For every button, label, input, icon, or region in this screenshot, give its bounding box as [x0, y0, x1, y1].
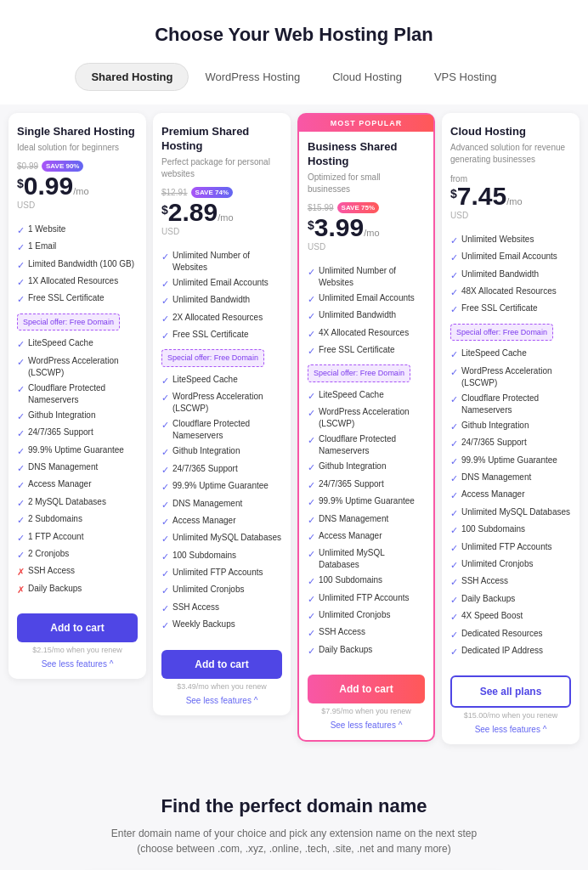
- price-currency: USD: [161, 227, 282, 236]
- feature-text: Unlimited Cronjobs: [461, 558, 533, 570]
- list-item: ✓Access Manager: [17, 477, 138, 494]
- feature-check-icon: ✓: [450, 251, 458, 264]
- feature-text: 99.9% Uptime Guarantee: [319, 495, 415, 507]
- feature-text: DNS Management: [461, 472, 531, 483]
- plan-name: Single Shared Hosting: [17, 125, 138, 139]
- list-item: ✓Unlimited FTP Accounts: [161, 565, 282, 582]
- feature-check-icon: ✓: [17, 410, 25, 423]
- feature-check-icon: ✓: [17, 224, 25, 237]
- list-item: ✓DNS Management: [17, 460, 138, 477]
- add-to-cart-button[interactable]: Add to cart: [161, 650, 282, 679]
- see-less-toggle[interactable]: See less features ^: [308, 720, 425, 730]
- most-popular-badge: MOST POPULAR: [299, 115, 433, 132]
- list-item: ✓Cloudflare Protected Nameservers: [450, 391, 571, 418]
- feature-text: Access Manager: [172, 515, 235, 527]
- feature-text: 4X Speed Boost: [461, 610, 523, 622]
- feature-check-icon: ✓: [450, 286, 458, 299]
- list-item: ✓24/7/365 Support: [161, 461, 282, 478]
- feature-check-icon: ✓: [308, 479, 315, 492]
- feature-text: 24/7/365 Support: [172, 463, 238, 475]
- tab-shared-hosting[interactable]: Shared Hosting: [75, 63, 189, 91]
- list-item: ✓DNS Management: [450, 470, 571, 487]
- features-list: ✓1 Website✓1 Email✓Limited Bandwidth (10…: [17, 222, 138, 598]
- feature-text: WordPress Acceleration (LSCWP): [28, 355, 138, 379]
- feature-check-icon: ✓: [308, 434, 315, 447]
- feature-check-icon: ✓: [161, 295, 169, 308]
- feature-check-icon: ✓: [308, 345, 315, 358]
- list-item: ✓Unlimited Cronjobs: [308, 607, 425, 624]
- feature-check-icon: ✓: [17, 241, 25, 254]
- tab-vps[interactable]: VPS Hosting: [418, 63, 513, 91]
- list-item: ✓Dedicated IP Address: [450, 643, 571, 660]
- feature-text: Unlimited Websites: [461, 234, 534, 246]
- add-to-cart-button[interactable]: Add to cart: [308, 675, 425, 703]
- feature-check-icon: ✓: [450, 421, 458, 433]
- list-item: ✓Github Integration: [308, 459, 425, 476]
- see-less-toggle[interactable]: See less features ^: [17, 659, 138, 669]
- list-item: ✓99.9% Uptime Guarantee: [161, 478, 282, 495]
- feature-check-icon: ✓: [17, 532, 25, 545]
- feature-text: SSH Access: [172, 602, 219, 613]
- list-item: ✓24/7/365 Support: [308, 477, 425, 494]
- feature-check-icon: ✓: [308, 496, 315, 509]
- feature-text: Daily Backups: [28, 583, 82, 595]
- price-amount: 0.99: [24, 173, 73, 199]
- feature-check-icon: ✓: [308, 593, 315, 606]
- list-item: ✓LiteSpeed Cache: [450, 346, 571, 363]
- list-item: ✓48X Allocated Resources: [450, 284, 571, 301]
- list-item: ✓2 Subdomains: [17, 511, 138, 528]
- list-item: ✓Cloudflare Protected Nameservers: [161, 416, 282, 443]
- list-item: ✓Unlimited Bandwidth: [161, 292, 282, 309]
- save-badge: SAVE 75%: [337, 202, 379, 213]
- domain-section: Find the perfect domain name Enter domai…: [0, 761, 588, 870]
- renew-price: $7.95/mo when you renew: [308, 707, 425, 715]
- list-item: ✓Free SSL Certificate: [308, 342, 425, 359]
- feature-text: Unlimited Cronjobs: [172, 584, 244, 596]
- feature-text: Free SSL Certificate: [28, 292, 105, 304]
- renew-price: $3.49/mo when you renew: [161, 682, 282, 691]
- feature-check-icon: ✓: [308, 461, 315, 474]
- feature-text: 100 Subdomains: [461, 523, 525, 535]
- feature-check-icon: ✓: [450, 348, 458, 361]
- domain-desc: Enter domain name of your choice and pic…: [103, 826, 485, 856]
- list-item: ✓SSH Access: [161, 600, 282, 617]
- see-less-toggle[interactable]: See less features ^: [161, 696, 282, 705]
- page-title: Choose Your Web Hosting Plan: [17, 24, 571, 46]
- list-item: ✓Github Integration: [161, 443, 282, 460]
- feature-text: Limited Bandwidth (100 GB): [28, 258, 134, 270]
- feature-text: Unlimited FTP Accounts: [172, 567, 263, 579]
- add-to-cart-button[interactable]: Add to cart: [17, 613, 138, 642]
- feature-check-icon: ✓: [308, 293, 315, 306]
- feature-check-icon: ✓: [450, 438, 458, 450]
- feature-check-icon: ✓: [17, 549, 25, 562]
- feature-check-icon: ✓: [450, 472, 458, 485]
- see-less-toggle[interactable]: See less features ^: [450, 725, 571, 734]
- list-item: ✓SSH Access: [308, 624, 425, 641]
- add-to-cart-button[interactable]: See all plans: [450, 675, 571, 708]
- list-item: ✓Daily Backups: [450, 591, 571, 608]
- feature-check-icon: ✓: [161, 602, 169, 615]
- feature-check-icon: ✓: [450, 455, 458, 468]
- feature-text: 1X Allocated Resources: [28, 275, 118, 287]
- tab-cloud[interactable]: Cloud Hosting: [316, 63, 418, 91]
- feature-text: Cloudflare Protected Nameservers: [319, 433, 425, 457]
- feature-text: Unlimited Cronjobs: [319, 609, 390, 621]
- list-item: ✓Github Integration: [17, 408, 138, 425]
- list-item: ✓24/7/365 Support: [17, 425, 138, 442]
- list-item: ✓Free SSL Certificate: [17, 291, 138, 308]
- special-offer-badge: Special offer: Free Domain: [17, 314, 120, 331]
- feature-check-icon: ✓: [161, 446, 169, 459]
- feature-check-icon: ✓: [161, 551, 169, 563]
- feature-check-icon: ✓: [450, 524, 458, 537]
- feature-text: DNS Management: [28, 461, 98, 473]
- price-row: $12.91SAVE 74%: [161, 187, 282, 198]
- feature-text: Unlimited Email Accounts: [319, 292, 415, 304]
- feature-check-icon: ✓: [17, 276, 25, 289]
- list-item: ✓Access Manager: [308, 528, 425, 545]
- price-mo: /mo: [73, 186, 88, 196]
- list-item: ✓SSH Access: [450, 573, 571, 590]
- feature-text: Unlimited MySQL Databases: [319, 547, 425, 571]
- current-price: $ 2.89 /mo: [161, 200, 282, 225]
- tab-wordpress[interactable]: WordPress Hosting: [189, 63, 316, 91]
- price-mo: /mo: [506, 196, 522, 206]
